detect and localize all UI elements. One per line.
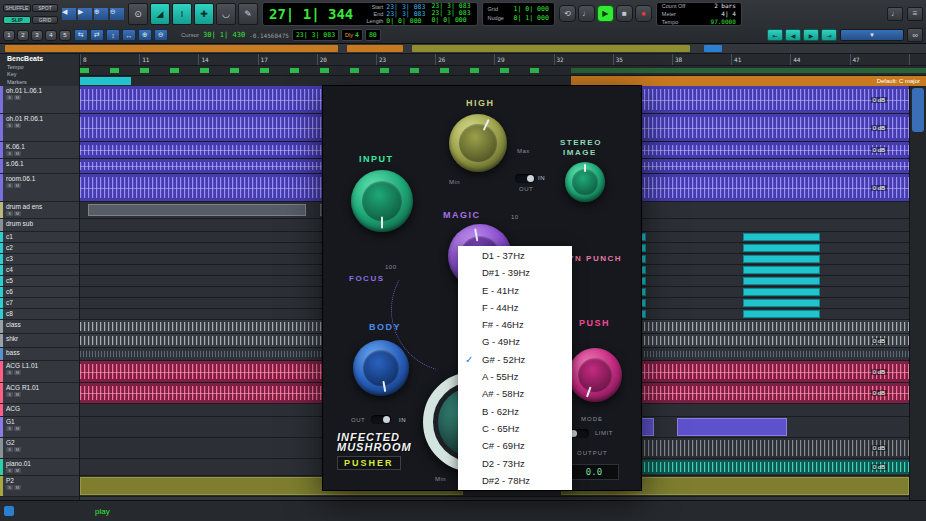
transport-record[interactable]: ● xyxy=(635,5,652,22)
grid-indicator[interactable] xyxy=(4,506,14,516)
track-row[interactable]: shkr xyxy=(0,334,79,348)
bar-number[interactable]: 20 xyxy=(317,54,376,65)
zoom-preset-button[interactable]: ⇄ xyxy=(90,29,104,41)
dropdown-item[interactable]: D#2 - 78Hz xyxy=(458,472,572,489)
track-row[interactable]: G2SM xyxy=(0,438,79,459)
bar-number[interactable]: 38 xyxy=(672,54,731,65)
bar-number[interactable]: 14 xyxy=(198,54,257,65)
ruler-label[interactable]: Markers xyxy=(0,78,79,86)
ruler-label[interactable]: Key xyxy=(0,70,79,78)
solo-mute-button[interactable]: S xyxy=(6,426,13,431)
track-row[interactable]: P2SM xyxy=(0,476,79,497)
track-row[interactable]: K.06.1SM xyxy=(0,142,79,159)
track-row[interactable]: c2 xyxy=(0,243,79,254)
solo-mute-button[interactable]: M xyxy=(14,485,21,490)
track-row[interactable]: c5 xyxy=(0,276,79,287)
track-row[interactable]: class xyxy=(0,320,79,334)
bar-number[interactable]: 32 xyxy=(554,54,613,65)
track-row[interactable]: oh.01 L.06.1SM xyxy=(0,86,79,114)
transport-play[interactable]: ▶ xyxy=(597,5,614,22)
tool-button-zoomer[interactable]: ⊙ xyxy=(128,3,148,25)
bar-number[interactable]: 41 xyxy=(731,54,790,65)
high-knob[interactable] xyxy=(449,114,507,172)
bar-number[interactable]: 17 xyxy=(258,54,317,65)
bar-number[interactable]: 26 xyxy=(435,54,494,65)
memory-preset-button[interactable]: 3 xyxy=(31,30,43,41)
track-row[interactable]: c8 xyxy=(0,309,79,320)
high-in-out-toggle[interactable] xyxy=(515,174,535,183)
mode-button-shuffle[interactable]: SHUFFLE xyxy=(3,4,31,12)
track-row[interactable]: room.06.1SM xyxy=(0,174,79,202)
track-row[interactable]: piano.01SM xyxy=(0,459,79,476)
chip-value[interactable]: 23| 3| 083 xyxy=(296,31,335,39)
dropdown-item[interactable]: F - 44Hz xyxy=(458,299,572,316)
session-value[interactable]: 4| 4 xyxy=(721,10,735,17)
stereo-image-knob[interactable] xyxy=(565,162,605,202)
push-knob[interactable] xyxy=(568,348,622,402)
transport-button[interactable]: ♩ xyxy=(578,5,595,22)
session-value[interactable]: 2 bars xyxy=(714,2,736,9)
solo-mute-button[interactable]: M xyxy=(14,468,21,473)
output-value[interactable]: 0.0 xyxy=(569,464,619,480)
overview-segment[interactable] xyxy=(704,45,723,52)
tempo-ruler[interactable] xyxy=(80,66,926,76)
menu-icon-button[interactable]: ≡ xyxy=(907,7,923,21)
overview-segment[interactable] xyxy=(412,45,690,52)
mini-transport-button[interactable]: ▶ xyxy=(803,29,819,41)
track-row[interactable]: c1 xyxy=(0,232,79,243)
chip-value[interactable]: 80 xyxy=(369,31,377,39)
tool-button-grabber[interactable]: ✚ xyxy=(194,3,214,25)
mode-button-grid[interactable]: GRID xyxy=(32,16,58,24)
mode-button-slip[interactable]: SLIP xyxy=(3,16,31,24)
track-row[interactable]: drum ad ensSM xyxy=(0,202,79,219)
zoom-preset-button[interactable]: ⊖ xyxy=(154,29,168,41)
dropdown-item[interactable]: A - 55Hz xyxy=(458,368,572,385)
memory-preset-button[interactable]: 2 xyxy=(17,30,29,41)
zoom-button[interactable]: ⊖ xyxy=(110,8,124,20)
grid-value[interactable]: 1| 0| 000 xyxy=(514,5,549,13)
track-row[interactable]: ACG L1.01SM xyxy=(0,361,79,383)
track-row[interactable]: c4 xyxy=(0,265,79,276)
overview-segment[interactable] xyxy=(5,45,338,52)
memory-preset-button[interactable]: 1 xyxy=(3,30,15,41)
mode-toggle[interactable] xyxy=(569,429,589,438)
dropdown-item[interactable]: B - 62Hz xyxy=(458,403,572,420)
track-row[interactable]: oh.01 R.06.1SM xyxy=(0,114,79,142)
dropdown-item[interactable]: C - 65Hz xyxy=(458,420,572,437)
body-in-out-toggle[interactable] xyxy=(371,415,391,424)
track-row[interactable]: s.06.1 xyxy=(0,159,79,174)
dropdown-item[interactable]: ✓G# - 52Hz xyxy=(458,351,572,368)
mini-transport-button[interactable]: ◀ xyxy=(785,29,801,41)
bar-number[interactable]: 11 xyxy=(139,54,198,65)
zoom-preset-button[interactable]: ↕ xyxy=(106,29,120,41)
solo-mute-button[interactable]: M xyxy=(14,426,21,431)
dropdown-item[interactable]: D2 - 73Hz xyxy=(458,455,572,472)
solo-mute-button[interactable]: S xyxy=(6,95,13,100)
main-counter[interactable]: 27| 1| 344 xyxy=(269,6,353,22)
zoom-preset-button[interactable]: ⊕ xyxy=(138,29,152,41)
mini-transport-button[interactable]: ⇤ xyxy=(767,29,783,41)
mini-transport-button[interactable]: ⇥ xyxy=(821,29,837,41)
scrollbar-thumb[interactable] xyxy=(912,88,924,132)
bar-number[interactable]: 23 xyxy=(376,54,435,65)
sub-counter[interactable]: 0| 0| 000 xyxy=(431,17,470,24)
vertical-scrollbar[interactable] xyxy=(909,86,926,500)
memory-preset-button[interactable]: 5 xyxy=(59,30,71,41)
zoom-button[interactable]: ◀ xyxy=(62,8,76,20)
solo-mute-button[interactable]: S xyxy=(6,151,13,156)
bar-number[interactable]: 35 xyxy=(613,54,672,65)
zoom-button[interactable]: ⊕ xyxy=(94,8,108,20)
input-knob[interactable] xyxy=(351,170,413,232)
memory-preset-button[interactable]: 4 xyxy=(45,30,57,41)
body-knob[interactable] xyxy=(353,340,409,396)
track-row[interactable]: ACG R1.01SM xyxy=(0,383,79,404)
solo-mute-button[interactable]: M xyxy=(14,95,21,100)
chip-value[interactable]: 4 xyxy=(355,31,359,39)
tool-button-pencil[interactable]: ✎ xyxy=(238,3,258,25)
track-row[interactable]: ACG xyxy=(0,404,79,417)
solo-mute-button[interactable]: S xyxy=(6,392,13,397)
dropdown-item[interactable]: D#1 - 39Hz xyxy=(458,264,572,281)
solo-mute-button[interactable]: M xyxy=(14,447,21,452)
tool-button-trim[interactable]: ◢ xyxy=(150,3,170,25)
bar-number[interactable]: 47 xyxy=(849,54,908,65)
